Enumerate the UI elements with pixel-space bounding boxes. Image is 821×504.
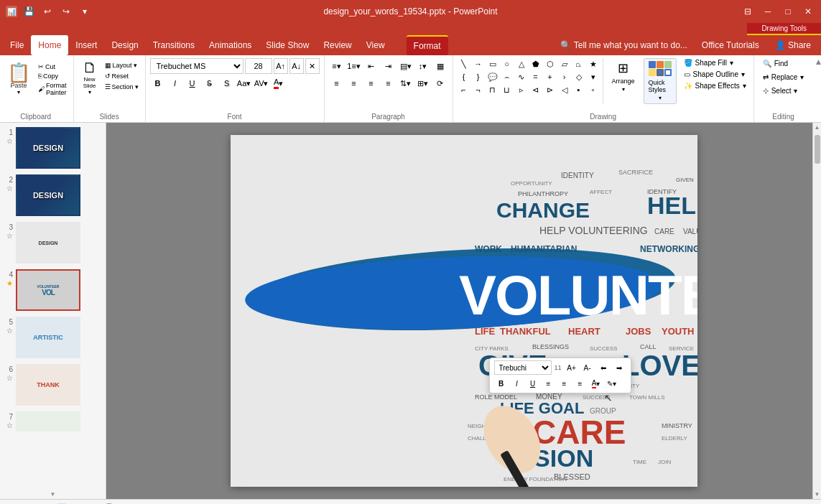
mini-decrease-font-btn[interactable]: A-: [580, 360, 595, 375]
strikethrough-button[interactable]: S̶: [202, 75, 218, 91]
slide-item-3[interactable]: 3 ☆ DESIGN: [1, 220, 104, 265]
shape-arrow[interactable]: →: [472, 58, 485, 70]
shape-star[interactable]: ★: [587, 58, 600, 70]
scroll-down-arrow[interactable]: ▼: [813, 490, 821, 499]
shape-curly-l[interactable]: {: [458, 71, 470, 83]
bold-button[interactable]: B: [150, 75, 166, 91]
menu-format[interactable]: Format: [407, 35, 448, 55]
mini-align-right-btn[interactable]: ➡: [612, 360, 626, 375]
cut-button[interactable]: ✂Cut: [36, 62, 69, 71]
shape-para[interactable]: ▱: [558, 58, 571, 70]
menu-view[interactable]: View: [359, 35, 392, 55]
shape-r3-6[interactable]: ⊲: [529, 84, 542, 95]
shape-effects-button[interactable]: ✨ Shape Effects ▾: [681, 81, 749, 90]
shape-freeform[interactable]: ∿: [515, 71, 528, 83]
menu-review[interactable]: Review: [316, 35, 358, 55]
menu-design[interactable]: Design: [104, 35, 145, 55]
underline-button[interactable]: U: [185, 75, 200, 91]
shape-r3-9[interactable]: ▪: [572, 84, 585, 95]
shape-hex[interactable]: ⬡: [544, 58, 557, 70]
undo-btn[interactable]: ↩: [40, 4, 55, 19]
paste-button[interactable]: 📋 Paste ▾: [3, 61, 34, 98]
office-tutorials-btn[interactable]: Office Tutorials: [695, 40, 766, 50]
mini-increase-font-btn[interactable]: A+: [565, 360, 579, 375]
align-right-button[interactable]: ≡: [363, 75, 379, 91]
shape-trap[interactable]: ⏢: [572, 58, 585, 70]
shape-r3-7[interactable]: ⊳: [544, 84, 557, 95]
mini-font-color-btn[interactable]: A▾: [589, 376, 603, 391]
slide-thumb-6[interactable]: THANK: [16, 364, 80, 406]
increase-indent-button[interactable]: ⇥: [381, 58, 396, 74]
mini-align-l-btn[interactable]: ≡: [542, 376, 556, 391]
slide-thumb-2[interactable]: DESIGN: [16, 174, 80, 216]
decrease-font-button[interactable]: A↓: [289, 58, 304, 74]
slide-item-4[interactable]: 4 ★ VOLUNTEER VOL: [1, 268, 104, 312]
slide-thumb-4[interactable]: VOLUNTEER VOL: [16, 269, 80, 311]
slides-scroll-down[interactable]: ▼: [0, 489, 106, 499]
shape-r3-3[interactable]: ⊓: [486, 84, 499, 95]
shape-r3-5[interactable]: ▹: [515, 84, 528, 95]
mini-italic-btn[interactable]: I: [510, 376, 524, 391]
tell-me-search[interactable]: 🔍 Tell me what you want to do...: [555, 40, 693, 50]
align-left-button[interactable]: ≡: [329, 75, 345, 91]
menu-insert[interactable]: Insert: [68, 35, 104, 55]
align-center-button[interactable]: ≡: [346, 75, 362, 91]
shape-rect[interactable]: ▭: [486, 58, 499, 70]
find-button[interactable]: 🔍 Find: [759, 58, 809, 69]
mini-highlight-btn[interactable]: ✎▾: [605, 376, 619, 391]
bullets-button[interactable]: ≡▾: [329, 58, 345, 74]
mini-align-left-btn[interactable]: ⬅: [596, 360, 611, 375]
shape-pent[interactable]: ⬟: [529, 58, 542, 70]
vertical-scrollbar[interactable]: ▲ ▼: [812, 123, 821, 499]
mini-align-c-btn[interactable]: ≡: [557, 376, 572, 391]
shape-more[interactable]: ▾: [587, 71, 600, 83]
redo-btn[interactable]: ↪: [59, 4, 73, 19]
customize-btn[interactable]: ▾: [78, 4, 92, 19]
shadow-button[interactable]: S: [219, 75, 235, 91]
menu-home[interactable]: Home: [31, 35, 68, 55]
minimize-btn[interactable]: ─: [761, 4, 775, 19]
slide-item-5[interactable]: 5 ☆ ARTISTIC: [1, 315, 104, 360]
select-button[interactable]: ⊹ Select ▾: [759, 85, 809, 96]
shape-chevron[interactable]: ›: [558, 71, 571, 83]
shape-r3-1[interactable]: ⌐: [458, 84, 470, 95]
mini-align-r-btn[interactable]: ≡: [573, 376, 588, 391]
shape-flow[interactable]: ◇: [572, 71, 585, 83]
section-button[interactable]: ☰Section ▾: [103, 83, 141, 91]
arrange-button[interactable]: ⊞ Arrange ▾: [608, 58, 639, 104]
shape-r3-10[interactable]: ▫: [587, 84, 600, 95]
quick-styles-button[interactable]: Quick Styles ▾: [644, 58, 677, 104]
shape-plus[interactable]: +: [544, 71, 557, 83]
menu-animations[interactable]: Animations: [202, 35, 259, 55]
font-family-select[interactable]: Trebuchet MS Arial Calibri: [150, 58, 243, 74]
shape-eq[interactable]: =: [529, 71, 542, 83]
format-painter-button[interactable]: 🖌Format Painter: [36, 81, 69, 97]
increase-font-button[interactable]: A↑: [274, 58, 288, 74]
slide-thumb-5[interactable]: ARTISTIC: [16, 317, 80, 358]
replace-button[interactable]: ⇄ Replace ▾: [759, 72, 809, 83]
align-text-button[interactable]: ⊞▾: [415, 75, 431, 91]
slide-item-7[interactable]: 7 ☆: [1, 410, 104, 433]
numbering-button[interactable]: 1≡▾: [346, 58, 362, 74]
shape-outline-button[interactable]: ▭ Shape Outline ▾: [681, 70, 749, 79]
shape-tri[interactable]: △: [515, 58, 528, 70]
layout-button[interactable]: ▦Layout ▾: [103, 61, 141, 70]
clear-format-button[interactable]: ✕: [305, 58, 320, 74]
scroll-up-arrow[interactable]: ▲: [813, 123, 821, 132]
shape-curly-r[interactable]: }: [472, 71, 485, 83]
menu-file[interactable]: File: [3, 35, 31, 55]
collapse-ribbon-button[interactable]: ▲: [814, 57, 821, 67]
mini-bold-btn[interactable]: B: [494, 376, 509, 391]
slide-item-6[interactable]: 6 ☆ THANK: [1, 363, 104, 407]
font-size-input[interactable]: [245, 58, 272, 74]
scroll-thumb[interactable]: [815, 135, 820, 164]
decrease-indent-button[interactable]: ⇤: [363, 58, 379, 74]
columns-button[interactable]: ▤▾: [398, 58, 414, 74]
shape-fill-button[interactable]: 🪣 Shape Fill ▾: [681, 58, 749, 67]
shape-r3-2[interactable]: ¬: [472, 84, 485, 95]
slide-item-2[interactable]: 2 ☆ DESIGN: [1, 173, 104, 218]
justify-button[interactable]: ≡: [381, 75, 396, 91]
save-quick-btn[interactable]: 💾: [22, 4, 36, 19]
change-case-button[interactable]: Aa▾: [236, 75, 252, 91]
text-direction-button[interactable]: ⇅▾: [398, 75, 414, 91]
